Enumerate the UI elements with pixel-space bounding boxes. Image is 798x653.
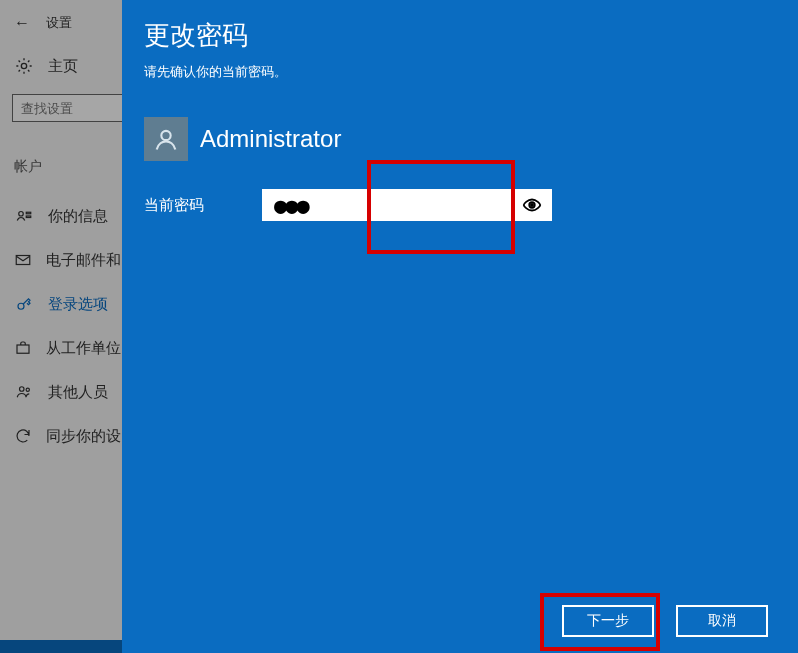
svg-point-9: [161, 131, 170, 140]
svg-point-0: [21, 63, 26, 68]
section-heading-accounts: 帐户: [0, 122, 122, 194]
sidebar-item-sync[interactable]: 同步你的设...: [0, 414, 122, 458]
sidebar-item-label: 登录选项: [48, 295, 108, 314]
sidebar-item-label: 其他人员: [48, 383, 108, 402]
svg-rect-6: [17, 345, 29, 353]
sidebar-item-label: 电子邮件和...: [46, 251, 122, 270]
svg-point-1: [19, 212, 24, 217]
svg-point-8: [26, 388, 29, 391]
avatar: [144, 117, 188, 161]
sidebar-item-label: 你的信息: [48, 207, 108, 226]
nav-home[interactable]: 主页: [0, 36, 122, 94]
people-icon: [14, 382, 34, 402]
next-button[interactable]: 下一步: [562, 605, 654, 637]
search-input[interactable]: [12, 94, 122, 122]
sync-icon: [14, 426, 32, 446]
svg-point-7: [20, 387, 25, 392]
sidebar-item-label: 从工作单位...: [46, 339, 122, 358]
sidebar-item-other-people[interactable]: 其他人员: [0, 370, 122, 414]
svg-rect-4: [16, 256, 30, 265]
current-password-label: 当前密码: [144, 196, 254, 215]
back-icon[interactable]: ←: [14, 15, 30, 31]
svg-point-5: [18, 303, 24, 309]
nav-home-label: 主页: [48, 57, 78, 76]
page-title: 更改密码: [144, 18, 766, 53]
sidebar-item-work-access[interactable]: 从工作单位...: [0, 326, 122, 370]
titlebar-title: 设置: [46, 14, 72, 32]
sidebar-item-email[interactable]: 电子邮件和...: [0, 238, 122, 282]
key-icon: [14, 294, 34, 314]
username: Administrator: [200, 125, 341, 153]
svg-point-10: [530, 203, 534, 207]
sidebar-item-label: 同步你的设...: [46, 427, 122, 446]
svg-rect-3: [26, 216, 31, 218]
sidebar-item-your-info[interactable]: 你的信息: [0, 194, 122, 238]
reveal-password-icon[interactable]: [518, 192, 546, 218]
gear-icon: [14, 56, 34, 76]
page-subtitle: 请先确认你的当前密码。: [144, 63, 766, 81]
current-password-input[interactable]: [262, 189, 552, 221]
briefcase-icon: [14, 338, 32, 358]
cancel-button[interactable]: 取消: [676, 605, 768, 637]
mail-icon: [14, 250, 32, 270]
svg-rect-2: [26, 212, 31, 214]
title-bar: ← 设置: [0, 10, 122, 36]
person-card-icon: [14, 206, 34, 226]
taskbar-strip: [0, 631, 122, 653]
sidebar-item-signin-options[interactable]: 登录选项: [0, 282, 122, 326]
